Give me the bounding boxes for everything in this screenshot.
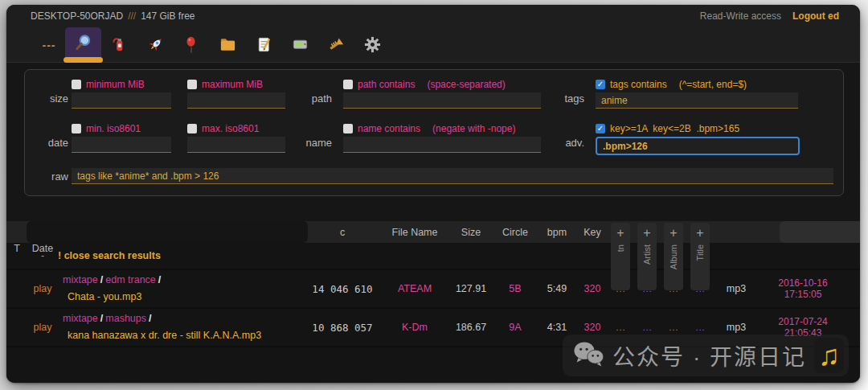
date-cell: 2016-10-16 17:15:05 [759, 277, 847, 300]
col-header-c[interactable]: c [304, 227, 381, 238]
add-column-artist[interactable]: + Artist [637, 223, 657, 290]
path-group: path contains (space-separated) [343, 78, 541, 109]
bpm-cell: 127.91 [448, 283, 493, 294]
max-date-label[interactable]: max. iso8601 [202, 123, 259, 134]
tab-search[interactable] [65, 27, 101, 57]
tab-extinguisher[interactable] [101, 27, 137, 63]
col-header-t[interactable]: T [6, 243, 27, 254]
wechat-icon [572, 340, 604, 372]
tab-memo[interactable] [246, 27, 282, 63]
adv-input[interactable] [596, 137, 800, 155]
plus-icon: + [643, 223, 650, 243]
add-column-title[interactable]: + Title [690, 223, 710, 290]
name-input[interactable] [343, 137, 541, 153]
col-header-size[interactable]: Size [448, 227, 493, 238]
balloon-icon [182, 35, 201, 54]
close-search-results-link[interactable]: ! close search results [58, 250, 847, 261]
close-results-row: - ! close search results [6, 243, 860, 270]
adv-row-label: adv. [544, 137, 584, 149]
max-date-group: max. iso8601 [187, 122, 285, 153]
raw-group [72, 168, 833, 184]
col-header-bpm[interactable]: bpm [537, 227, 577, 238]
size-cell: 14 046 610 [304, 283, 381, 295]
play-link[interactable]: play [27, 283, 58, 294]
play-link[interactable]: play [27, 322, 58, 333]
file-path: mixtape/edm trance/ [63, 272, 304, 289]
min-date-input[interactable] [72, 137, 171, 153]
dashes-menu-button[interactable]: --- [33, 27, 65, 63]
file-path: mixtape/mashups/ [63, 310, 304, 327]
tab-pager[interactable] [282, 27, 318, 63]
fire-extinguisher-icon [110, 35, 129, 54]
plus-icon: + [616, 223, 624, 243]
title-separator: /// [128, 10, 136, 22]
col-header-circle[interactable]: Circle [493, 227, 537, 238]
results-header: c File Name Size Circle bpm Key dur q T … [6, 221, 860, 243]
file-cell[interactable]: mixtape/edm trance/ Chata - you.mp3 [58, 272, 304, 305]
max-size-group: maximum MiB [187, 78, 285, 109]
tags-hint-label: (^=start, end=$) [679, 79, 747, 90]
key-cell: 9A [493, 322, 537, 333]
min-date-label[interactable]: min. iso8601 [86, 123, 141, 134]
name-contains-label[interactable]: name contains [358, 123, 420, 134]
type-cell: mp3 [714, 283, 759, 294]
max-date-checkbox[interactable] [187, 124, 197, 133]
add-column-album[interactable]: + Album [664, 223, 683, 290]
tab-settings[interactable] [354, 27, 391, 63]
max-size-checkbox[interactable] [187, 80, 197, 89]
tags-checkbox[interactable]: ✓ [596, 80, 605, 89]
rocket-icon [146, 35, 165, 54]
tab-rocket[interactable] [137, 27, 174, 63]
dur-cell: 4:31 [537, 322, 577, 333]
path-input[interactable] [343, 92, 541, 109]
adv-filter-label[interactable]: key>=1A key<=2B .bpm>165 [610, 123, 739, 134]
tags-input[interactable] [596, 92, 798, 109]
col-header-file-name[interactable]: File Name [381, 227, 448, 238]
tab-balloon[interactable] [174, 27, 210, 63]
adv-group: ✓ key>=1A key<=2B .bpm>165 [596, 122, 800, 155]
tags-contains-label[interactable]: tags contains [610, 79, 667, 90]
tags-group: ✓ tags contains (^=start, end=$) [596, 78, 798, 109]
logout-link[interactable]: Logout ed [792, 10, 839, 22]
name-row-label: name [287, 137, 332, 149]
search-form-panel: size minimum MiB maximum MiB path path c… [24, 69, 844, 196]
hostname: DESKTOP-50ORJAD [31, 10, 123, 22]
max-size-input[interactable] [187, 92, 285, 109]
size-row-label: size [36, 92, 68, 105]
path-contains-label[interactable]: path contains [358, 79, 415, 90]
folder-icon [219, 35, 237, 54]
col-header-key[interactable]: Key [577, 227, 608, 238]
key-cell: 5B [493, 283, 537, 294]
date-row-label: date [36, 137, 68, 149]
watermark-text: 公众号 · 开源日记 [612, 339, 806, 372]
raw-query-input[interactable] [72, 168, 833, 184]
min-size-checkbox[interactable] [72, 80, 81, 89]
file-cell[interactable]: mixtape/mashups/ kana hanazawa x dr. dre… [58, 310, 304, 343]
tags-row-label: tags [544, 92, 584, 105]
memo-icon [255, 35, 273, 54]
bpm-cell: 186.67 [448, 322, 493, 333]
min-size-label[interactable]: minimum MiB [86, 79, 145, 90]
music-note-icon: ♫ [814, 338, 844, 373]
add-column-tn[interactable]: + tn [611, 223, 630, 290]
min-size-input[interactable] [72, 92, 171, 109]
name-checkbox[interactable] [343, 124, 353, 133]
pager-icon [291, 35, 309, 54]
circle-cell: K-Dm [381, 322, 448, 333]
tab-trumpet[interactable] [318, 27, 354, 63]
q-cell: 320 [577, 283, 608, 294]
path-checkbox[interactable] [343, 80, 353, 89]
dur-cell: 5:49 [537, 283, 577, 294]
name-group: name contains (negate with -nope) [343, 122, 541, 153]
tab-folder[interactable] [210, 27, 246, 63]
min-size-group: minimum MiB [72, 78, 171, 109]
vertical-label-tn: tn [616, 244, 625, 252]
max-size-label[interactable]: maximum MiB [202, 79, 263, 90]
gear-icon [363, 35, 382, 54]
min-date-checkbox[interactable] [72, 124, 81, 133]
max-date-input[interactable] [187, 137, 285, 153]
toolbar: --- [6, 27, 860, 63]
q-cell: 320 [577, 322, 608, 333]
col-header-date[interactable]: Date [27, 243, 58, 254]
adv-checkbox[interactable]: ✓ [596, 124, 605, 133]
